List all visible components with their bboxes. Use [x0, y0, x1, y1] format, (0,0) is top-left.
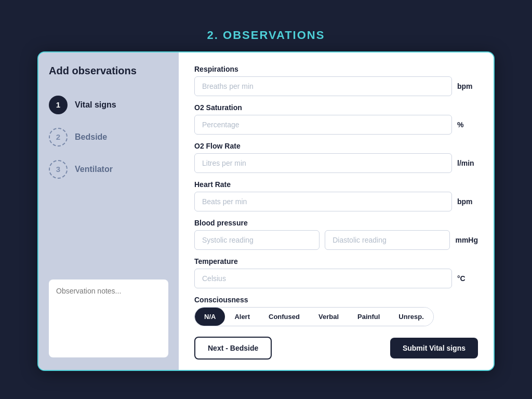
main-card: Add observations 1 Vital signs 2 Bedside… — [37, 51, 495, 371]
respirations-unit: bpm — [457, 82, 478, 90]
heart-rate-unit: bpm — [457, 197, 478, 206]
page-title: 2. OBSERVATIONS — [207, 29, 325, 42]
step-3-label: Ventilator — [75, 165, 113, 174]
o2-saturation-group: O2 Saturation % — [194, 103, 478, 135]
step-3-circle: 3 — [49, 160, 68, 179]
consciousness-confused[interactable]: Confused — [259, 308, 309, 326]
o2-saturation-input[interactable] — [194, 115, 452, 135]
sidebar: Add observations 1 Vital signs 2 Bedside… — [38, 52, 179, 370]
o2-saturation-unit: % — [457, 121, 478, 129]
o2-flow-rate-input[interactable] — [194, 153, 452, 173]
observation-notes-input[interactable] — [56, 287, 161, 350]
blood-pressure-row: mmHg — [194, 230, 478, 250]
step-2-circle: 2 — [49, 128, 68, 147]
consciousness-na[interactable]: N/A — [195, 308, 225, 326]
step-ventilator[interactable]: 3 Ventilator — [49, 156, 168, 183]
consciousness-alert[interactable]: Alert — [225, 308, 259, 326]
o2-flow-rate-row: l/min — [194, 153, 478, 173]
temperature-label: Temperature — [194, 257, 478, 265]
step-vital-signs[interactable]: 1 Vital signs — [49, 91, 168, 118]
heart-rate-label: Heart Rate — [194, 180, 478, 189]
blood-pressure-group: Blood pressure mmHg — [194, 219, 478, 250]
form-content: Respirations bpm O2 Saturation % O2 Flow… — [179, 52, 494, 370]
step-1-label: Vital signs — [75, 100, 116, 110]
consciousness-unresp[interactable]: Unresp. — [389, 308, 433, 326]
step-bedside[interactable]: 2 Bedside — [49, 124, 168, 151]
heart-rate-input[interactable] — [194, 192, 452, 211]
blood-pressure-label: Blood pressure — [194, 219, 478, 227]
consciousness-painful[interactable]: Painful — [348, 308, 389, 326]
temperature-input[interactable] — [194, 269, 452, 288]
notes-area[interactable] — [49, 280, 168, 357]
temperature-unit: °C — [457, 274, 478, 283]
o2-saturation-row: % — [194, 115, 478, 135]
next-bedside-button[interactable]: Next - Bedside — [194, 337, 272, 360]
submit-vital-signs-button[interactable]: Submit Vital signs — [390, 338, 478, 358]
o2-saturation-label: O2 Saturation — [194, 103, 478, 112]
blood-pressure-unit: mmHg — [455, 236, 478, 244]
respirations-row: bpm — [194, 76, 478, 96]
temperature-row: °C — [194, 269, 478, 288]
o2-flow-rate-label: O2 Flow Rate — [194, 142, 478, 150]
consciousness-group: Consciousness N/A Alert Confused Verbal … — [194, 296, 478, 326]
heart-rate-row: bpm — [194, 192, 478, 211]
step-2-label: Bedside — [75, 132, 107, 142]
sidebar-heading: Add observations — [49, 65, 168, 77]
o2-flow-rate-group: O2 Flow Rate l/min — [194, 142, 478, 173]
temperature-group: Temperature °C — [194, 257, 478, 288]
step-1-circle: 1 — [49, 96, 68, 114]
bp-inputs-container — [194, 230, 450, 250]
respirations-input[interactable] — [194, 76, 452, 96]
o2-flow-rate-unit: l/min — [457, 159, 478, 167]
consciousness-options: N/A Alert Confused Verbal Painful Unresp… — [194, 307, 434, 326]
footer-buttons: Next - Bedside Submit Vital signs — [194, 337, 478, 360]
consciousness-verbal[interactable]: Verbal — [309, 308, 348, 326]
heart-rate-group: Heart Rate bpm — [194, 180, 478, 211]
respirations-label: Respirations — [194, 65, 478, 73]
diastolic-input[interactable] — [325, 230, 450, 250]
respirations-group: Respirations bpm — [194, 65, 478, 96]
consciousness-label: Consciousness — [194, 296, 478, 304]
systolic-input[interactable] — [194, 230, 320, 250]
